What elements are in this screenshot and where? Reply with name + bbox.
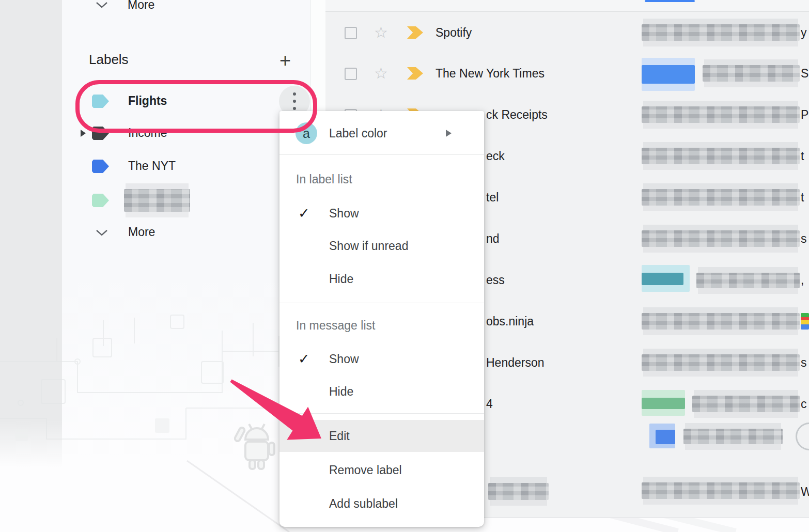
labels-header: Labels — [89, 52, 129, 68]
redacted-subject — [642, 148, 800, 164]
avatar-letter: a — [303, 126, 310, 141]
sender-name: obs.ninja — [486, 301, 534, 342]
menu-item-label: Edit — [329, 429, 350, 443]
label-chip-smallblue — [656, 430, 675, 444]
label-tag-icon — [92, 160, 109, 175]
gmail-label-menu-screenshot: { "annotation": { "accent_color": "#f033… — [0, 0, 809, 532]
page-background-strip — [0, 0, 62, 467]
redacted-sender — [488, 483, 549, 500]
subject-overflow-text: t — [801, 177, 804, 218]
label-tag-icon — [92, 194, 109, 209]
cropped-avatar-circle — [796, 423, 809, 450]
sender-favicon — [801, 313, 809, 330]
sender-name: ck Receipts — [486, 94, 548, 135]
importance-marker-icon[interactable] — [407, 26, 423, 39]
label-chip-blue — [642, 65, 695, 84]
menu-item-label: Show if unread — [329, 239, 408, 253]
redacted-subject — [696, 273, 800, 288]
menu-item-label: Remove label — [329, 463, 402, 477]
menu-item-show-message-list[interactable]: ✓ Show — [279, 346, 484, 372]
menu-item-show-if-unread[interactable]: Show if unread — [279, 232, 484, 259]
menu-item-label-color[interactable]: a Label color — [279, 116, 484, 150]
importance-marker-icon[interactable] — [407, 67, 423, 80]
sender-name: ess — [486, 259, 505, 301]
menu-item-hide-message-list[interactable]: Hide — [279, 378, 484, 405]
menu-section-in-label-list: In label list — [296, 166, 484, 193]
menu-item-hide-label-list[interactable]: Hide — [279, 265, 484, 292]
menu-divider — [279, 154, 484, 155]
label-chip-teal — [642, 273, 683, 285]
checkbox[interactable] — [345, 27, 357, 39]
submenu-arrow-icon — [446, 130, 452, 137]
menu-divider — [279, 303, 484, 303]
subject-overflow-text: c — [801, 383, 807, 425]
menu-item-edit[interactable]: Edit — [279, 420, 484, 452]
label-tag-icon — [92, 127, 109, 142]
label-chip-green-halo — [642, 390, 685, 416]
menu-item-add-sublabel[interactable]: Add sublabel — [279, 490, 484, 517]
menu-divider — [279, 413, 484, 414]
dots-icon — [293, 92, 296, 96]
menu-item-label: Show — [329, 352, 359, 366]
subject-overflow-text: W — [801, 466, 809, 518]
label-chip-teal-halo — [642, 265, 690, 292]
label-chip-smallblue-halo — [649, 424, 675, 448]
checkbox[interactable] — [345, 68, 357, 80]
dots-icon — [293, 107, 296, 110]
expand-arrow-icon[interactable] — [81, 130, 86, 137]
menu-item-label: Add sublabel — [329, 497, 398, 511]
sidebar-item-income[interactable]: Income — [128, 126, 167, 140]
menu-section-in-message-list: In message list — [296, 312, 484, 339]
redacted-subject — [642, 354, 800, 371]
redacted-subject — [642, 230, 800, 247]
check-icon: ✓ — [298, 351, 310, 367]
menu-item-remove-label[interactable]: Remove label — [279, 457, 484, 483]
label-tag-icon — [92, 95, 109, 110]
redacted-subject — [642, 313, 800, 330]
subject-overflow-text: t — [801, 135, 804, 177]
label-color-swatch-icon: a — [295, 122, 317, 144]
redacted-subject — [642, 189, 800, 206]
redacted-subject — [642, 24, 800, 41]
sender-name: Henderson — [486, 342, 544, 383]
redacted-subject — [703, 65, 800, 82]
sidebar-item-the-nyt[interactable]: The NYT — [128, 159, 176, 173]
sender-name: eck — [486, 135, 505, 177]
menu-item-label: Hide — [329, 272, 353, 286]
subject-overflow-text: , — [801, 259, 804, 301]
create-label-button[interactable]: + — [279, 50, 291, 72]
label-context-menu: a Label color In label list ✓ Show Show … — [279, 111, 484, 527]
menu-item-label: Label color — [329, 127, 387, 140]
subject-overflow-text: s — [801, 218, 807, 259]
email-row-spotify[interactable]: ☆ Spotify y — [325, 11, 809, 54]
sidebar-item-flights[interactable]: Flights — [128, 94, 167, 108]
check-icon: ✓ — [298, 205, 310, 222]
sender-name: Spotify — [435, 12, 472, 53]
sender-name: tel — [486, 177, 499, 218]
menu-item-label: Show — [329, 207, 359, 221]
sender-name: 4 — [486, 383, 493, 425]
chevron-down-icon[interactable] — [95, 1, 108, 11]
label-chip-blue-halo — [642, 58, 695, 91]
email-row-nyt[interactable]: ☆ The New York Times S — [325, 53, 809, 95]
subject-overflow-text: y — [801, 12, 807, 53]
star-icon[interactable]: ☆ — [374, 65, 388, 82]
chevron-down-icon[interactable] — [95, 229, 108, 239]
redacted-subject — [692, 396, 800, 412]
menu-item-label: Hide — [329, 385, 353, 399]
redacted-subject — [683, 429, 783, 444]
sender-name: nd — [486, 218, 500, 259]
cropped-blue-element — [645, 0, 695, 2]
dots-icon — [293, 100, 296, 103]
sender-name: The New York Times — [435, 53, 544, 94]
label-chip-green — [642, 398, 685, 409]
redacted-subject — [642, 482, 800, 499]
menu-item-show-label-list[interactable]: ✓ Show — [279, 200, 484, 227]
star-icon[interactable]: ☆ — [374, 24, 388, 41]
sidebar-item-more-bottom[interactable]: More — [128, 225, 155, 239]
subject-overflow-text: S — [801, 53, 808, 94]
subject-overflow-text: P — [801, 94, 808, 135]
sidebar-item-more-top[interactable]: More — [128, 0, 154, 12]
redacted-subject — [642, 106, 800, 123]
redacted-label-name[interactable] — [124, 189, 190, 212]
